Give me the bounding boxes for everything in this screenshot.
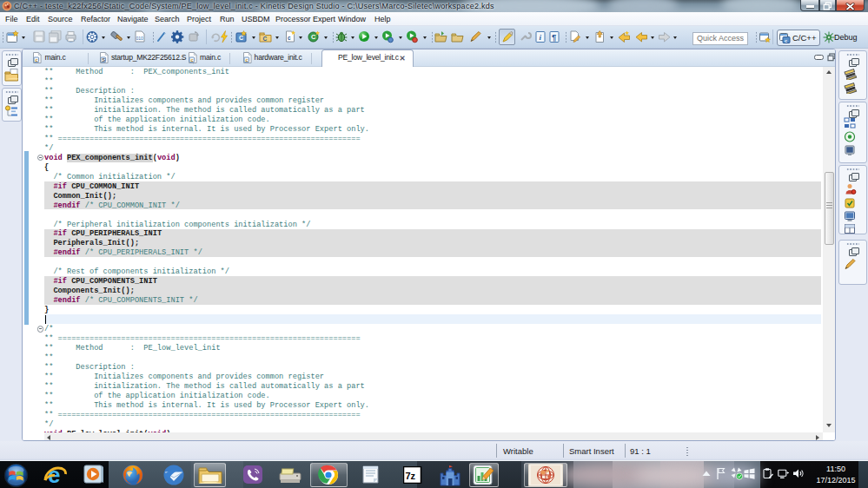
svg-text:C: C [239,35,243,41]
svg-text:C: C [311,33,316,41]
svg-text:¶: ¶ [552,32,556,42]
svg-text:c: c [288,35,291,41]
svg-text:010: 010 [136,36,143,41]
svg-text:c: c [785,38,787,43]
svg-text:S: S [102,57,105,63]
svg-text:C: C [263,36,268,42]
svg-text:7z: 7z [406,471,416,481]
